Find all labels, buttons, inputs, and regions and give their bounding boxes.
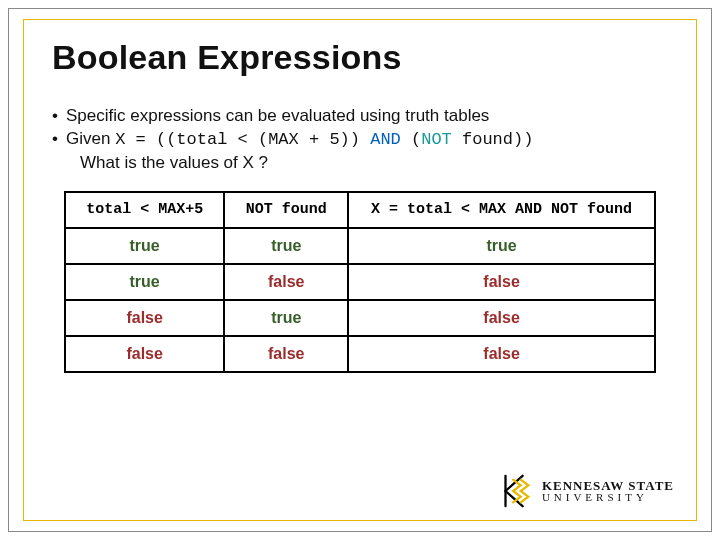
bullet-dot-icon: • — [52, 128, 66, 152]
table-header-col-1: total < MAX+5 — [65, 192, 224, 228]
bullet-3: What is the values of X ? — [52, 152, 668, 175]
logo-text: KENNESAW STATE UNIVERSITY — [542, 480, 674, 503]
table-row: true true true — [65, 228, 655, 264]
logo-line-2: UNIVERSITY — [542, 492, 674, 502]
table-row: true false false — [65, 264, 655, 300]
bullet-2: • Given X = ((total < (MAX + 5)) AND (NO… — [52, 128, 668, 152]
table-cell: true — [348, 228, 655, 264]
slide-title: Boolean Expressions — [52, 38, 668, 77]
expr-part-3: found)) — [452, 130, 534, 149]
ksu-mark-icon — [496, 472, 534, 510]
bullet-dot-icon: • — [52, 105, 66, 128]
keyword-and: AND — [370, 130, 401, 149]
truth-table-container: total < MAX+5 NOT found X = total < MAX … — [52, 191, 668, 373]
truth-table: total < MAX+5 NOT found X = total < MAX … — [64, 191, 656, 373]
table-cell: true — [65, 228, 224, 264]
table-cell: true — [224, 300, 348, 336]
keyword-not: NOT — [421, 130, 452, 149]
slide-inner-border: Boolean Expressions • Specific expressio… — [23, 19, 697, 521]
table-cell: false — [65, 300, 224, 336]
university-logo: KENNESAW STATE UNIVERSITY — [496, 472, 674, 510]
slide-outer-border: Boolean Expressions • Specific expressio… — [8, 8, 712, 532]
code-expression: X = ((total < (MAX + 5)) AND (NOT found)… — [115, 130, 533, 149]
table-cell: false — [348, 300, 655, 336]
table-cell: false — [224, 336, 348, 372]
table-cell: true — [224, 228, 348, 264]
bullet-2-text: Given X = ((total < (MAX + 5)) AND (NOT … — [66, 128, 533, 152]
table-header-col-2: NOT found — [224, 192, 348, 228]
table-cell: false — [224, 264, 348, 300]
expr-part-1: X = ((total < (MAX + 5)) — [115, 130, 370, 149]
table-header-row: total < MAX+5 NOT found X = total < MAX … — [65, 192, 655, 228]
bullet-1: • Specific expressions can be evaluated … — [52, 105, 668, 128]
bullet-list: • Specific expressions can be evaluated … — [52, 105, 668, 175]
bullet-3-text: What is the values of X ? — [80, 153, 268, 172]
table-cell: false — [65, 336, 224, 372]
table-cell: true — [65, 264, 224, 300]
table-cell: false — [348, 336, 655, 372]
table-row: false true false — [65, 300, 655, 336]
table-header-col-3: X = total < MAX AND NOT found — [348, 192, 655, 228]
bullet-1-text: Specific expressions can be evaluated us… — [66, 105, 489, 128]
table-cell: false — [348, 264, 655, 300]
expr-part-2: ( — [401, 130, 421, 149]
table-row: false false false — [65, 336, 655, 372]
bullet-2-prefix: Given — [66, 129, 115, 148]
